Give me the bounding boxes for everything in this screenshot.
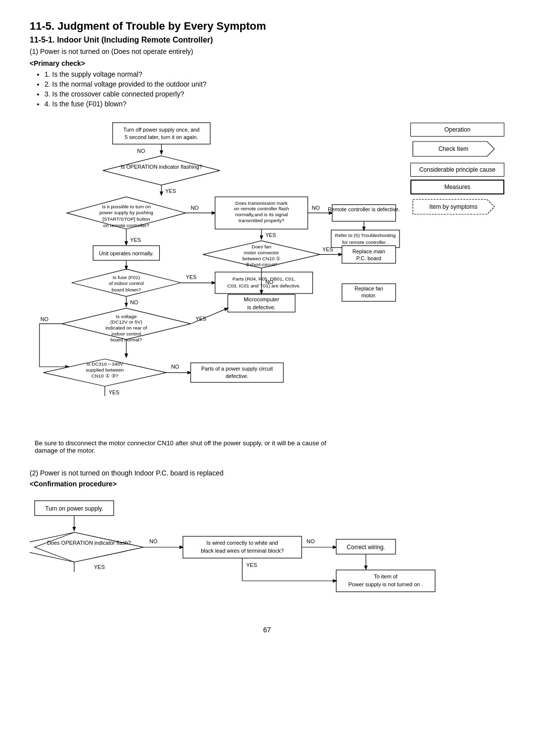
svg-text:Is it possible to turn on: Is it possible to turn on [102,204,151,209]
section2-svg: Turn on power supply. Does OPERATION ind… [30,496,485,605]
svg-text:Remote controller is defective: Remote controller is defective. [328,206,400,212]
note-text-2: damage of the motor. [35,447,504,454]
svg-text:Unit operates normally.: Unit operates normally. [99,250,154,256]
svg-text:YES: YES [266,232,276,238]
svg-text:To item of: To item of [374,573,398,579]
svg-text:Parts (R04, R05, DB01, C01,: Parts (R04, R05, DB01, C01, [232,276,295,282]
svg-text:NO: NO [191,205,199,211]
svg-text:NO: NO [137,148,145,154]
svg-text:black lead wires of terminal b: black lead wires of terminal block? [201,548,284,554]
svg-rect-0 [113,123,210,144]
svg-text:YES: YES [186,274,197,280]
svg-text:Does transmission mark: Does transmission mark [235,200,288,206]
svg-text:power supply by pushing: power supply by pushing [99,210,153,215]
svg-text:NO: NO [266,279,273,285]
section-subtitle: 11-5-1. Indoor Unit (Including Remote Co… [30,36,504,45]
svg-text:defective.: defective. [225,373,248,379]
svg-text:Microcomputer: Microcomputer [244,296,279,302]
svg-text:NO: NO [171,364,179,370]
check-list: 1. Is the supply voltage normal? 2. Is t… [44,70,504,108]
svg-text:Is wired correctly to white an: Is wired correctly to white and [207,540,278,546]
svg-text:Power supply is not turned on : Power supply is not turned on . [348,581,423,587]
section2-flowchart: Turn on power supply. Does OPERATION ind… [30,496,504,606]
check-item-4: 4. Is the fuse (F01) blown? [44,100,504,108]
svg-text:YES: YES [246,562,257,568]
svg-text:Does fan: Does fan [252,244,271,249]
svg-text:Is fuse (F01): Is fuse (F01) [113,275,140,280]
svg-text:NO: NO [312,205,319,211]
svg-marker-5 [103,156,220,185]
svg-marker-97 [35,532,143,562]
svg-text:motor connector: motor connector [244,250,279,255]
svg-text:Item by symptoms: Item by symptoms [429,203,477,210]
page-title: 11-5. Judgment of Trouble by Every Sympt… [30,20,504,33]
svg-text:5 second later, turn it on aga: 5 second later, turn it on again. [125,134,198,140]
svg-text:CN10 ①  ③?: CN10 ① ③? [91,373,119,378]
svg-text:on remote controller flash: on remote controller flash [234,206,289,211]
svg-text:YES: YES [322,246,333,252]
svg-text:NO: NO [130,299,138,305]
note-section: Be sure to disconnect the motor connecto… [30,439,504,454]
svg-text:indoor control: indoor control [112,331,141,336]
svg-text:Is OPERATION indicator flashin: Is OPERATION indicator flashing? [121,164,202,170]
page-number: 67 [30,626,504,634]
legend-measures: Measures [410,180,504,194]
svg-text:Turn on power supply.: Turn on power supply. [45,505,103,512]
svg-text:Correct wiring.: Correct wiring. [347,544,385,551]
svg-text:board blown?: board blown? [112,287,141,292]
check-item-1: 1. Is the supply voltage normal? [44,70,504,78]
svg-text:Parts of a power supply circui: Parts of a power supply circuit [201,366,273,372]
svg-text:Refer to (5)  Troubleshooting: Refer to (5) Troubleshooting [335,233,396,238]
svg-text:[START/STOP] button: [START/STOP] button [102,216,150,222]
diagram-section: Turn off power supply once, and 5 second… [30,118,504,425]
svg-text:YES: YES [196,316,207,322]
svg-text:is defective.: is defective. [247,304,275,310]
section2-title: (2) Power is not turned on though Indoor… [30,469,504,477]
main-flowchart: Turn off power supply once, and 5 second… [30,118,400,421]
svg-text:Is voltage: Is voltage [116,314,137,319]
svg-text:motor.: motor. [361,292,376,298]
svg-text:P.C. board: P.C. board [356,255,381,261]
primary-check-label: <Primary check> [30,59,504,67]
check-item-3: 3. Is the crossover cable connected prop… [44,90,504,98]
svg-text:YES: YES [109,389,120,395]
legend-item-symptoms-svg: Item by symptoms [410,197,504,216]
svg-text:transmitted properly?: transmitted properly? [238,218,284,223]
legend-considerable: Considerable principle cause [410,163,504,177]
svg-text:Is DC310～340V: Is DC310～340V [87,361,124,367]
svg-text:NO: NO [149,538,158,544]
svg-text:NO: NO [307,538,315,544]
svg-text:YES: YES [130,237,141,243]
section2-sub: <Confirmation procedure> [30,480,504,488]
svg-text:Replace fan: Replace fan [355,285,383,291]
svg-text:on remote controller?: on remote controller? [103,223,150,228]
legend-check-item-svg: Check Item [410,140,504,158]
svg-text:indicated on rear of: indicated on rear of [105,325,147,331]
svg-text:NO: NO [41,316,48,322]
legend-area: Operation Check Item Considerable princi… [410,118,504,425]
check-item-2: 2. Is the normal voltage provided to the… [44,80,504,88]
svg-text:Does OPERATION indicator flash: Does OPERATION indicator flash? [47,540,131,546]
svg-text:Turn off power supply once, an: Turn off power supply once, and [123,127,199,133]
svg-text:YES: YES [94,564,105,570]
svg-text:of indoor control: of indoor control [109,281,144,286]
svg-text:supplied between: supplied between [86,367,124,373]
svg-text:YES: YES [165,188,176,194]
svg-text:(DC12V or 5V): (DC12V or 5V) [110,319,142,325]
legend-operation: Operation [410,123,504,137]
svg-text:for remote controller .: for remote controller . [342,239,389,245]
section1-title: (1) Power is not turned on (Does not ope… [30,47,504,55]
svg-text:between CN10 ①: between CN10 ① [242,256,280,261]
svg-text:normally,and is its signal: normally,and is its signal [235,212,288,217]
svg-text:Replace main: Replace main [353,248,385,254]
note-text: Be sure to disconnect the motor connecto… [35,439,504,447]
svg-text:Check Item: Check Item [439,145,469,152]
flowchart-area: Turn off power supply once, and 5 second… [30,118,400,425]
svg-text:C03, IC01 and T01) are defecti: C03, IC01 and T01) are defective. [227,283,301,288]
svg-text:③short-circuit?: ③short-circuit? [245,262,278,267]
